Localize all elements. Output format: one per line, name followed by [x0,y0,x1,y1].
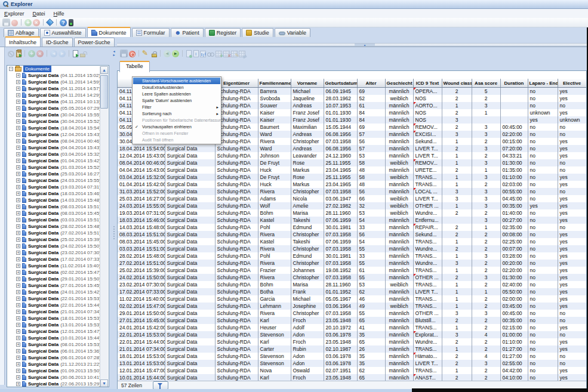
table-row[interactable]: 22.01.2014 15:53:00Surgical DataSchulung… [118,331,586,338]
tree-item-surgical-data-46[interactable]: +Surgical Data(01.09.2013 15:50) [7,368,100,374]
tree-item-surgical-data-10[interactable]: +Surgical Data(12.04.2014 15:43) [7,131,100,138]
menu-item-ffnen-in-neuem-fenster[interactable]: Öffnen in neuem Fenster [133,130,221,137]
table-row[interactable]: 12.01.2014 15:47:00Surgical DataSchulung… [118,367,586,374]
column-header-laparo-end[interactable]: Laparo - End [528,79,558,88]
tree-item-surgical-data-35[interactable]: +Surgical Data(22.01.2014 15:53) [7,295,100,302]
expand-icon[interactable]: + [16,283,20,288]
tab-variable[interactable]: Variable [275,28,310,37]
tree-item-surgical-data-5[interactable]: +Surgical Data(04.11.2014 10:13) [7,98,100,105]
menu-item-dokuextraausblenden[interactable]: DokuExtraAusblenden [133,84,221,91]
expand-icon[interactable]: + [16,382,20,386]
tab-dokumente[interactable]: Dokumente [87,27,131,37]
expand-icon[interactable]: + [16,126,20,130]
expand-icon[interactable]: + [16,73,20,78]
tree-item-surgical-data-13[interactable]: +Surgical Data(03.04.2014 15:32) [7,151,100,158]
tree-item-surgical-data-7[interactable]: +Surgical Data(30.04.2014 15:55) [7,112,100,118]
tree-item-surgical-data-27[interactable]: +Surgical Data(24.02.2014 15:50) [7,243,100,249]
expand-icon[interactable]: + [16,356,20,360]
doc-info-icon[interactable] [193,50,199,57]
table-edit-icon[interactable] [231,51,238,57]
table-row[interactable]: 24.01.2014 15:42:00Surgical DataSchulung… [118,324,586,331]
doc-new-icon[interactable] [186,50,192,57]
tab-abfrage[interactable]: Abfrage [4,28,39,37]
table-row[interactable]: 27.02.2014 15:51:00Surgical DataSchulung… [118,260,586,267]
tree-item-surgical-data-29[interactable]: +Surgical Data(17.02.2014 07:33) [7,256,100,263]
menu-explorer[interactable]: Explorer [0,11,29,17]
tree-item-surgical-data-2[interactable]: +Surgical Data(04.11.2014 14:59) [7,79,100,85]
table-row[interactable]: 25.02.2014 15:39:00Surgical DataSchulung… [118,267,586,274]
table-row[interactable]: 18.01.2014 15:53:00Surgical DataSchulung… [118,353,586,360]
expand-icon[interactable]: + [16,205,20,209]
tree-item-surgical-data-32[interactable]: +Surgical Data(29.01.2014 15:50) [7,276,100,282]
expand-icon[interactable]: + [16,106,20,110]
search-tab-power-suche[interactable]: Power-Suche [74,38,115,47]
add-icon[interactable] [24,19,32,26]
expand-icon[interactable]: + [16,329,20,334]
expand-icon[interactable]: + [16,119,20,124]
expand-icon[interactable]: + [16,237,20,242]
table-row[interactable]: 22.01.2014 15:44:00Surgical DataSchulung… [118,338,586,345]
scrollbar-thumb[interactable] [100,75,108,109]
add-icon[interactable] [28,50,35,57]
expand-icon[interactable]: + [16,224,20,229]
tree-item-surgical-data-25[interactable]: +Surgical Data(27.02.2014 15:51) [7,230,100,236]
expand-icon[interactable]: + [16,172,20,176]
tree-item-surgical-data-48[interactable]: +Surgical Data(22.06.2013 15:29) [7,381,100,387]
expand-icon[interactable]: + [16,375,20,379]
edit-icon[interactable] [142,50,150,57]
table-row[interactable]: 03.03.2014 15:51:00Surgical DataSchulung… [118,245,586,252]
tab-tabelle[interactable]: Tabelle [119,61,150,72]
tree-item-surgical-data-38[interactable]: +Surgical Data(18.01.2014 15:53) [7,315,100,322]
tree-item-surgical-data-36[interactable]: +Surgical Data(22.01.2014 15:44) [7,302,100,308]
expand-icon[interactable]: + [16,113,20,117]
tree-item-surgical-data-37[interactable]: +Surgical Data(21.01.2014 07:34) [7,308,100,315]
column-header-wound-class[interactable]: Wound class [442,79,472,88]
table-clear-icon[interactable] [239,51,245,57]
expand-icon[interactable]: + [16,310,20,314]
expand-icon[interactable]: + [16,264,20,268]
table-row[interactable]: 21.01.2014 07:34:00Surgical DataSchulung… [118,345,586,353]
menu-item-filter[interactable]: Filter▸ [133,104,221,110]
tree-item-surgical-data-8[interactable]: +Surgical Data(30.04.2014 15:52) [7,118,100,125]
scroll-up-icon[interactable]: ▲ [100,66,108,74]
table-row[interactable]: 08.03.2014 15:51:00Surgical DataSchulung… [118,231,586,238]
expand-icon[interactable]: + [16,349,20,353]
tree-item-surgical-data-26[interactable]: +Surgical Data(25.02.2014 15:39) [7,236,100,243]
tree-item-surgical-data-1[interactable]: +Surgical Data(04.11.2014 15:02) [7,72,100,79]
tree-item-surgical-data-31[interactable]: +Surgical Data(02.02.2014 15:47) [7,269,100,276]
status-light-icon[interactable] [69,19,73,26]
expand-icon[interactable]: + [16,342,20,347]
back-icon[interactable] [164,50,171,57]
tree-item-surgical-data-24[interactable]: +Surgical Data(28.02.2014 15:48) [7,223,100,230]
table-row[interactable]: 31.03.2014 15:52:00Surgical DataSchulung… [118,188,586,195]
column-header-elective[interactable]: Elective [558,79,586,88]
splitter-collapse-up-icon[interactable]: ▴ [355,44,375,46]
menu-item-audit-trail-ffnen[interactable]: Audit Trail öffnen [133,137,221,143]
forward-icon[interactable] [172,50,179,57]
filter-button[interactable] [153,381,168,390]
search-icon[interactable] [207,53,214,57]
table-row[interactable]: 11.02.2014 15:40:00Surgical DataSchulung… [118,295,586,303]
horizontal-splitter[interactable]: ▴ [117,43,587,47]
table-row[interactable]: 13.01.2014 15:53:00Surgical DataSchulung… [118,360,586,367]
expand-icon[interactable]: + [16,146,20,150]
tree-scrollbar[interactable]: ▲ ▼ [100,66,108,387]
tree-item-surgical-data-33[interactable]: +Surgical Data(27.01.2014 15:45) [7,282,100,289]
expand-icon[interactable]: + [16,362,20,366]
table-row[interactable]: 17.02.2014 07:33:00Surgical DataSchulung… [118,288,586,295]
delete-icon[interactable] [33,19,40,26]
expand-icon[interactable]: + [16,139,20,143]
tree-item-surgical-data-23[interactable]: +Surgical Data(03.03.2014 15:51) [7,217,100,223]
expand-icon[interactable]: + [16,185,20,189]
table-row[interactable]: 10.01.2014 15:44:00Surgical DataSchulung… [118,374,586,381]
expand-icon[interactable]: + [16,87,20,91]
tree-item-surgical-data-42[interactable]: +Surgical Data(08.01.2014 15:53) [7,341,100,348]
table-row[interactable]: 14.03.2014 15:48:00Surgical DataSchulung… [118,224,586,231]
column-header-vorname[interactable]: Vorname [291,79,324,88]
tab-formular[interactable]: Formular [132,28,170,37]
doc-export-icon[interactable] [73,50,78,57]
search-tab-id-suche[interactable]: ID-Suche [42,38,73,47]
tree-item-surgical-data-20[interactable]: +Surgical Data(14.03.2014 15:48) [7,197,100,203]
expand-icon[interactable]: + [16,192,20,196]
tree-item-surgical-data-15[interactable]: +Surgical Data(31.03.2014 15:52) [7,164,100,171]
